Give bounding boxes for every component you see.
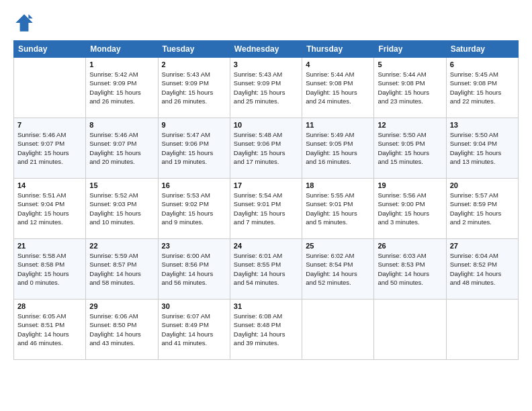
day-number: 6: [450, 60, 515, 68]
day-number: 23: [162, 242, 226, 250]
day-number: 5: [378, 60, 442, 68]
day-cell: 26Sunrise: 6:03 AM Sunset: 8:53 PM Dayli…: [374, 239, 446, 300]
day-info: Sunrise: 5:57 AM Sunset: 8:59 PM Dayligh…: [450, 191, 515, 226]
day-info: Sunrise: 5:52 AM Sunset: 9:03 PM Dayligh…: [89, 191, 154, 226]
day-cell: 1Sunrise: 5:42 AM Sunset: 9:09 PM Daylig…: [86, 58, 158, 118]
week-row-1: 1Sunrise: 5:42 AM Sunset: 9:09 PM Daylig…: [14, 58, 519, 118]
logo: [13, 12, 38, 34]
day-cell: 12Sunrise: 5:50 AM Sunset: 9:05 PM Dayli…: [374, 118, 446, 179]
day-cell: 30Sunrise: 6:07 AM Sunset: 8:49 PM Dayli…: [158, 300, 230, 360]
day-info: Sunrise: 6:08 AM Sunset: 8:48 PM Dayligh…: [234, 312, 298, 347]
day-number: 9: [162, 121, 226, 129]
day-info: Sunrise: 5:44 AM Sunset: 9:08 PM Dayligh…: [306, 70, 370, 105]
svg-marker-1: [28, 14, 32, 18]
day-number: 8: [89, 121, 154, 129]
day-cell: [446, 300, 518, 360]
day-cell: 14Sunrise: 5:51 AM Sunset: 9:04 PM Dayli…: [14, 179, 86, 239]
weekday-header-friday: Friday: [374, 41, 446, 58]
day-info: Sunrise: 5:47 AM Sunset: 9:06 PM Dayligh…: [162, 130, 226, 166]
day-cell: 19Sunrise: 5:56 AM Sunset: 9:00 PM Dayli…: [374, 179, 446, 239]
day-cell: 25Sunrise: 6:02 AM Sunset: 8:54 PM Dayli…: [302, 239, 374, 300]
day-cell: 23Sunrise: 6:00 AM Sunset: 8:56 PM Dayli…: [158, 239, 230, 300]
day-cell: 20Sunrise: 5:57 AM Sunset: 8:59 PM Dayli…: [446, 179, 518, 239]
day-number: 13: [450, 121, 515, 129]
day-info: Sunrise: 5:56 AM Sunset: 9:00 PM Dayligh…: [378, 191, 442, 226]
day-info: Sunrise: 5:43 AM Sunset: 9:09 PM Dayligh…: [234, 70, 298, 105]
day-info: Sunrise: 5:46 AM Sunset: 9:07 PM Dayligh…: [89, 130, 154, 166]
day-info: Sunrise: 5:53 AM Sunset: 9:02 PM Dayligh…: [162, 191, 226, 226]
weekday-header-monday: Monday: [86, 41, 158, 58]
day-info: Sunrise: 6:06 AM Sunset: 8:50 PM Dayligh…: [89, 312, 154, 347]
week-row-3: 14Sunrise: 5:51 AM Sunset: 9:04 PM Dayli…: [14, 179, 519, 239]
week-row-4: 21Sunrise: 5:58 AM Sunset: 8:58 PM Dayli…: [14, 239, 519, 300]
day-cell: 15Sunrise: 5:52 AM Sunset: 9:03 PM Dayli…: [86, 179, 158, 239]
day-cell: 2Sunrise: 5:43 AM Sunset: 9:09 PM Daylig…: [158, 58, 230, 118]
day-number: 15: [89, 181, 154, 189]
logo-icon: [13, 12, 35, 34]
week-row-5: 28Sunrise: 6:05 AM Sunset: 8:51 PM Dayli…: [14, 300, 519, 360]
day-info: Sunrise: 5:50 AM Sunset: 9:05 PM Dayligh…: [378, 130, 442, 166]
day-info: Sunrise: 5:44 AM Sunset: 9:08 PM Dayligh…: [378, 70, 442, 105]
week-row-2: 7Sunrise: 5:46 AM Sunset: 9:07 PM Daylig…: [14, 118, 519, 179]
day-number: 4: [306, 60, 370, 68]
day-cell: 8Sunrise: 5:46 AM Sunset: 9:07 PM Daylig…: [86, 118, 158, 179]
day-number: 1: [89, 60, 154, 68]
day-number: 11: [306, 121, 370, 129]
day-info: Sunrise: 6:01 AM Sunset: 8:55 PM Dayligh…: [234, 251, 298, 287]
day-info: Sunrise: 5:46 AM Sunset: 9:07 PM Dayligh…: [17, 130, 82, 166]
day-cell: 18Sunrise: 5:55 AM Sunset: 9:01 PM Dayli…: [302, 179, 374, 239]
day-number: 21: [17, 242, 82, 250]
day-cell: 17Sunrise: 5:54 AM Sunset: 9:01 PM Dayli…: [230, 179, 302, 239]
header: [13, 12, 519, 34]
day-cell: 21Sunrise: 5:58 AM Sunset: 8:58 PM Dayli…: [14, 239, 86, 300]
day-number: 24: [234, 242, 298, 250]
day-cell: 13Sunrise: 5:50 AM Sunset: 9:04 PM Dayli…: [446, 118, 518, 179]
day-number: 10: [234, 121, 298, 129]
day-cell: 9Sunrise: 5:47 AM Sunset: 9:06 PM Daylig…: [158, 118, 230, 179]
day-info: Sunrise: 5:48 AM Sunset: 9:06 PM Dayligh…: [234, 130, 298, 166]
day-cell: 24Sunrise: 6:01 AM Sunset: 8:55 PM Dayli…: [230, 239, 302, 300]
weekday-header-sunday: Sunday: [14, 41, 86, 58]
weekday-header-row: SundayMondayTuesdayWednesdayThursdayFrid…: [14, 41, 519, 58]
day-info: Sunrise: 5:59 AM Sunset: 8:57 PM Dayligh…: [89, 251, 154, 287]
day-info: Sunrise: 5:49 AM Sunset: 9:05 PM Dayligh…: [306, 130, 370, 166]
day-info: Sunrise: 5:42 AM Sunset: 9:09 PM Dayligh…: [89, 70, 154, 105]
day-info: Sunrise: 6:00 AM Sunset: 8:56 PM Dayligh…: [162, 251, 226, 287]
day-cell: 10Sunrise: 5:48 AM Sunset: 9:06 PM Dayli…: [230, 118, 302, 179]
weekday-header-thursday: Thursday: [302, 41, 374, 58]
day-info: Sunrise: 6:05 AM Sunset: 8:51 PM Dayligh…: [17, 312, 82, 347]
day-number: 16: [162, 181, 226, 189]
weekday-header-wednesday: Wednesday: [230, 41, 302, 58]
weekday-header-saturday: Saturday: [446, 41, 518, 58]
day-info: Sunrise: 5:58 AM Sunset: 8:58 PM Dayligh…: [17, 251, 82, 287]
day-info: Sunrise: 5:43 AM Sunset: 9:09 PM Dayligh…: [162, 70, 226, 105]
day-cell: 16Sunrise: 5:53 AM Sunset: 9:02 PM Dayli…: [158, 179, 230, 239]
day-info: Sunrise: 5:54 AM Sunset: 9:01 PM Dayligh…: [234, 191, 298, 226]
day-info: Sunrise: 5:55 AM Sunset: 9:01 PM Dayligh…: [306, 191, 370, 226]
day-info: Sunrise: 6:03 AM Sunset: 8:53 PM Dayligh…: [378, 251, 442, 287]
day-cell: 31Sunrise: 6:08 AM Sunset: 8:48 PM Dayli…: [230, 300, 302, 360]
day-cell: 29Sunrise: 6:06 AM Sunset: 8:50 PM Dayli…: [86, 300, 158, 360]
day-number: 28: [17, 302, 82, 310]
day-number: 31: [234, 302, 298, 310]
page: SundayMondayTuesdayWednesdayThursdayFrid…: [0, 0, 532, 411]
day-number: 25: [306, 242, 370, 250]
day-cell: 4Sunrise: 5:44 AM Sunset: 9:08 PM Daylig…: [302, 58, 374, 118]
day-cell: 28Sunrise: 6:05 AM Sunset: 8:51 PM Dayli…: [14, 300, 86, 360]
day-number: 30: [162, 302, 226, 310]
day-number: 2: [162, 60, 226, 68]
day-number: 12: [378, 121, 442, 129]
day-number: 20: [450, 181, 515, 189]
day-info: Sunrise: 5:51 AM Sunset: 9:04 PM Dayligh…: [17, 191, 82, 226]
day-number: 3: [234, 60, 298, 68]
day-info: Sunrise: 6:04 AM Sunset: 8:52 PM Dayligh…: [450, 251, 515, 287]
day-info: Sunrise: 5:50 AM Sunset: 9:04 PM Dayligh…: [450, 130, 515, 166]
day-cell: 6Sunrise: 5:45 AM Sunset: 9:08 PM Daylig…: [446, 58, 518, 118]
day-number: 19: [378, 181, 442, 189]
day-cell: 11Sunrise: 5:49 AM Sunset: 9:05 PM Dayli…: [302, 118, 374, 179]
day-cell: [302, 300, 374, 360]
day-number: 29: [89, 302, 154, 310]
day-cell: [374, 300, 446, 360]
day-cell: [14, 58, 86, 118]
day-number: 14: [17, 181, 82, 189]
